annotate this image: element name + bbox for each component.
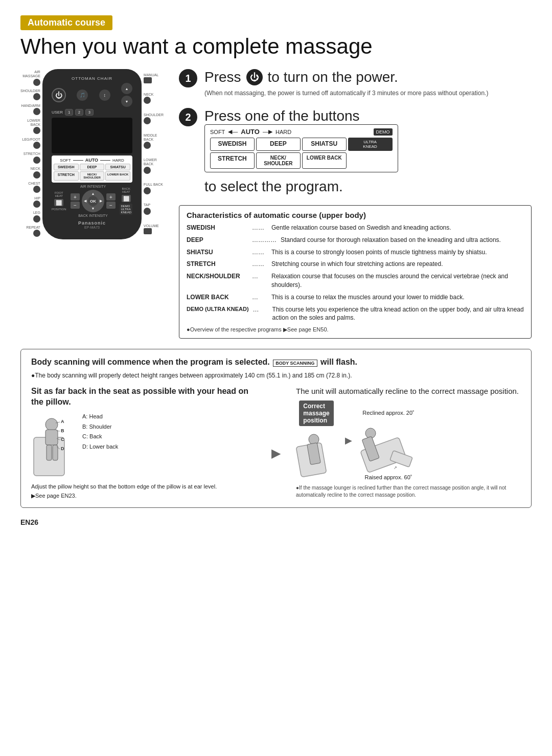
remote-full: AIRMASSAGE SHOULDER HAND/ARM LOWERBACK L… xyxy=(20,69,164,239)
step1-text: Press ⏻ to turn on the power. (When not … xyxy=(204,69,532,98)
page-container: Automatic course When you want a complet… xyxy=(20,15,532,526)
ok-dial[interactable]: ▲ ▼ ◀ ▶ OK xyxy=(82,190,104,212)
content-row: AIRMASSAGE SHOULDER HAND/ARM LOWERBACK L… xyxy=(20,69,532,339)
char-name-swedish: SWEDISH xyxy=(187,224,248,232)
label-D: D: Lower back xyxy=(82,442,118,452)
step1-note: (When not massaging, the power is turned… xyxy=(204,88,532,98)
scanning-note: ●The body scanning will properly detect … xyxy=(31,371,521,380)
svg-rect-3 xyxy=(47,445,52,460)
right-label-manual: MANUAL xyxy=(144,73,164,85)
shiatsu-btn[interactable]: SHIATSU xyxy=(105,164,130,170)
recline-arrow: ▶ xyxy=(345,435,352,446)
up-button[interactable]: ▲ xyxy=(121,83,132,94)
main-title: When you want a complete massage xyxy=(20,34,532,59)
remote-auto-panel: SOFT AUTO HARD SWEDISH DEEP SHIATSU xyxy=(52,155,132,183)
sit-title: Sit as far back in the seat as possible … xyxy=(31,386,256,408)
sel-stretch[interactable]: STRETCH xyxy=(210,152,255,169)
char-name-demo: DEMO (ULTRA KNEAD) xyxy=(187,305,249,323)
characteristics-box: Characteristics of automatic course (upp… xyxy=(179,205,532,339)
label-chest: CHEST xyxy=(20,182,40,194)
air-minus-btn[interactable]: − xyxy=(71,202,80,209)
down-button[interactable]: ▼ xyxy=(121,96,132,107)
ultra-knead-btn[interactable]: ULTRAKNEAD xyxy=(348,138,393,151)
right-label-middle: MIDDLEBACK xyxy=(144,134,164,150)
char-shiatsu: SHIATSU …… This is a course to strongly … xyxy=(187,248,524,257)
demo-btn-small[interactable]: DEMOULTRAKNEAD xyxy=(120,204,132,215)
sel-swedish[interactable]: SWEDISH xyxy=(210,138,255,151)
back-plus-btn[interactable]: + xyxy=(106,193,116,201)
arrow-between: ▶ xyxy=(271,386,281,499)
sel-shiatsu[interactable]: SHIATSU xyxy=(302,138,347,151)
auto-selector: SOFT ◀— AUTO —▶ HARD DEMO SWEDISH DEEP S… xyxy=(204,124,398,172)
soft-label: SOFT xyxy=(60,158,71,163)
recline-button[interactable]: ↕ xyxy=(99,90,110,101)
sel-lower-back[interactable]: LOWER BACK xyxy=(302,152,347,169)
reclined-label: Reclined approx. 20˚ xyxy=(362,410,415,416)
char-desc-neck: Relaxation course that focuses on the mu… xyxy=(271,272,524,290)
char-dots-stretch: …… xyxy=(252,260,267,269)
music-button[interactable]: 🎵 xyxy=(77,90,88,101)
select-title: to select the program. xyxy=(204,179,532,195)
pillow-note: Adjust the pillow height so that the bot… xyxy=(31,482,256,491)
char-name-neck: NECK/SHOULDER xyxy=(187,272,248,290)
right-label-neck: NECK xyxy=(144,93,164,105)
model-number: EP-MA73 xyxy=(52,226,132,229)
correct-position-badge: Correct massage position xyxy=(299,401,333,426)
ok-center[interactable]: OK xyxy=(88,196,98,206)
char-name-deep: DEEP xyxy=(187,236,248,244)
char-name-stretch: STRETCH xyxy=(187,260,248,269)
char-desc-lowerback: This is a course to relax the muscles ar… xyxy=(271,293,524,302)
sel-neck-shoulder[interactable]: NECK/SHOULDER xyxy=(256,152,301,169)
label-legfoot: LEG/FOOT xyxy=(20,138,40,150)
char-dots-demo: … xyxy=(253,305,268,323)
user-btn-3[interactable]: 3 xyxy=(85,109,94,116)
remote-top-row: ⏻ 🎵 ↕ ▲ ▼ xyxy=(52,83,132,107)
step1-press-label: Press xyxy=(204,69,241,85)
swedish-btn[interactable]: SWEDISH xyxy=(54,164,79,170)
char-deep: DEEP ………… Standard course for thorough r… xyxy=(187,236,524,244)
step1-row: 1 Press ⏻ to turn on the power. (When no… xyxy=(179,69,532,98)
demo-btn-selector[interactable]: DEMO xyxy=(374,128,393,136)
ok-area: AIR INTENSITY + − ▲ ▼ ◀ ▶ xyxy=(71,185,116,217)
back-heat-btn[interactable]: ⬜ xyxy=(122,195,131,202)
remote-controls-row: FOOTHEAT ⬜ POSITION AIR INTENSITY + − xyxy=(52,185,132,217)
step2-circle: 2 xyxy=(179,108,197,126)
label-leg: LEG xyxy=(20,211,40,224)
arrow-left-sel: ◀— xyxy=(228,128,238,135)
label-air-massage: AIRMASSAGE xyxy=(20,70,40,87)
label-repeat: REPEAT xyxy=(20,226,40,238)
svg-text:D: D xyxy=(61,446,64,451)
lower-back-btn[interactable]: LOWER BACK xyxy=(105,171,130,181)
right-label-tap: TAP xyxy=(144,203,164,216)
remote-body: OTTOMAN CHAIR ⏻ 🎵 ↕ ▲ ▼ xyxy=(42,69,142,239)
correct-chair-figure xyxy=(296,429,337,480)
back-minus-btn[interactable]: − xyxy=(106,202,116,209)
char-dots-shiatsu: …… xyxy=(252,248,267,257)
right-label-lower: LOWERBACK xyxy=(144,158,164,175)
power-button[interactable]: ⏻ xyxy=(52,88,66,102)
neck-shoulder-btn[interactable]: NECK/SHOULDER xyxy=(80,171,105,181)
recline-section: The unit will automatically recline to t… xyxy=(296,386,521,499)
sit-section: Sit as far back in the seat as possible … xyxy=(31,386,256,499)
label-B: B: Shoulder xyxy=(82,422,118,432)
reclined-chair-figure: ↗ xyxy=(360,418,417,474)
deep-btn[interactable]: DEEP xyxy=(80,164,105,170)
auto-selector-top: SOFT ◀— AUTO —▶ HARD DEMO xyxy=(210,128,393,136)
svg-point-14 xyxy=(309,434,319,444)
reclined-position: Reclined approx. 20˚ ↗ Raised approx. 60… xyxy=(360,410,417,480)
air-plus-btn[interactable]: + xyxy=(71,193,80,201)
svg-rect-4 xyxy=(53,445,58,460)
char-dots-swedish: …… xyxy=(252,224,267,232)
foot-heat-btn[interactable]: ⬜ xyxy=(54,199,63,206)
see-page: ▶See page EN23. xyxy=(31,493,256,499)
user-btn-1[interactable]: 1 xyxy=(65,109,73,116)
back-heat-col: BACKHEAT ⬜ DEMOULTRAKNEAD xyxy=(120,187,132,215)
step1-title: Press ⏻ to turn on the power. xyxy=(204,69,532,85)
stretch-btn[interactable]: STRETCH xyxy=(54,171,79,181)
user-btn-2[interactable]: 2 xyxy=(75,109,83,116)
auto-label-row: SOFT AUTO HARD xyxy=(54,158,130,163)
air-intensity-col: FOOTHEAT ⬜ POSITION xyxy=(52,191,66,211)
label-lower-back: LOWERBACK xyxy=(20,119,40,136)
sel-deep[interactable]: DEEP xyxy=(256,138,301,151)
label-stretch: STRETCH xyxy=(20,152,40,165)
